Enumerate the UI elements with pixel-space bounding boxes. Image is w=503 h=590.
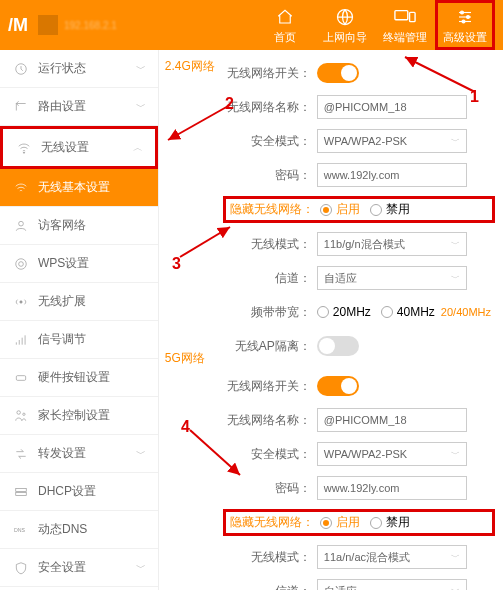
globe-icon [335, 6, 355, 28]
row-sec-5g: 安全模式：WPA/WPA2-PSK﹀ [227, 441, 491, 467]
sidebar-item-route[interactable]: 路由设置﹀ [0, 88, 158, 126]
sidebar-item-forward[interactable]: 转发设置﹀ [0, 435, 158, 473]
svg-rect-15 [16, 375, 25, 380]
nav-guide[interactable]: 上网向导 [315, 0, 375, 50]
label-ap: 无线AP隔离： [227, 338, 311, 355]
radio-dot-icon [317, 306, 329, 318]
sidebar-label: 路由设置 [38, 98, 86, 115]
extend-icon [12, 295, 30, 309]
row-channel-24g: 信道：自适应﹀ [227, 265, 491, 291]
radio-20mhz[interactable]: 20MHz [317, 305, 371, 319]
input-name-24g[interactable]: @PHICOMM_18 [317, 95, 467, 119]
home-icon [275, 6, 295, 28]
status-icon [12, 62, 30, 76]
radio-dot-icon [320, 517, 332, 529]
row-switch-24g: 无线网络开关： [227, 60, 491, 86]
sidebar-item-guest[interactable]: 访客网络 [0, 207, 158, 245]
radio-dot-icon [370, 204, 382, 216]
sidebar-label: 信号调节 [38, 331, 86, 348]
select-mode-24g[interactable]: 11b/g/n混合模式﹀ [317, 232, 467, 256]
select-mode-5g[interactable]: 11a/n/ac混合模式﹀ [317, 545, 467, 569]
nav-advanced[interactable]: 高级设置 [435, 0, 495, 50]
sidebar: 运行状态﹀ 路由设置﹀ 无线设置︿ 无线基本设置 访客网络 WPS设置 无线扩展… [0, 50, 159, 590]
radio-40mhz[interactable]: 40MHz [381, 305, 435, 319]
toggle-switch-5g[interactable] [317, 376, 359, 396]
label-name: 无线网络名称： [227, 412, 311, 429]
radio-dot-icon [381, 306, 393, 318]
shield-icon [12, 561, 30, 575]
guest-icon [12, 219, 30, 233]
svg-text:DNS: DNS [14, 527, 26, 533]
svg-point-11 [19, 221, 24, 226]
sidebar-item-status[interactable]: 运行状态﹀ [0, 50, 158, 88]
logo: /M [8, 15, 28, 36]
nav-home[interactable]: 首页 [255, 0, 315, 50]
chevron-down-icon: ﹀ [136, 100, 146, 114]
label-mode: 无线模式： [227, 549, 311, 566]
toggle-ap-24g[interactable] [317, 336, 359, 356]
nav-label: 高级设置 [443, 30, 487, 45]
form-24g: 无线网络开关： 无线网络名称：@PHICOMM_18 安全模式：WPA/WPA2… [227, 60, 491, 359]
nav-terminal[interactable]: 终端管理 [375, 0, 435, 50]
input-pwd-24g[interactable]: www.192ly.com [317, 163, 467, 187]
row-mode-5g: 无线模式：11a/n/ac混合模式﹀ [227, 544, 491, 570]
section-title-24g: 2.4G网络 [165, 58, 215, 75]
row-pwd-5g: 密码：www.192ly.com [227, 475, 491, 501]
sidebar-label: 无线扩展 [38, 293, 86, 310]
svg-rect-2 [410, 12, 416, 21]
sidebar-label: 运行状态 [38, 60, 86, 77]
radio-disable-5g[interactable]: 禁用 [370, 514, 410, 531]
nav-label: 上网向导 [323, 30, 367, 45]
sidebar-item-wireless-basic[interactable]: 无线基本设置 [0, 169, 158, 207]
radio-group-hide-24g: 启用 禁用 [320, 201, 410, 218]
sidebar-label: DHCP设置 [38, 483, 96, 500]
label-switch: 无线网络开关： [227, 378, 311, 395]
input-pwd-5g[interactable]: www.192ly.com [317, 476, 467, 500]
radio-dot-icon [370, 517, 382, 529]
label-pwd: 密码： [227, 480, 311, 497]
sidebar-item-dhcp[interactable]: DHCP设置 [0, 473, 158, 511]
row-pwd-24g: 密码：www.192ly.com [227, 162, 491, 188]
wifi-icon [12, 181, 30, 195]
caret-icon: ﹀ [451, 135, 460, 148]
select-sec-24g[interactable]: WPA/WPA2-PSK﹀ [317, 129, 467, 153]
select-sec-5g[interactable]: WPA/WPA2-PSK﹀ [317, 442, 467, 466]
sidebar-label: 家长控制设置 [38, 407, 110, 424]
devices-icon [394, 6, 416, 28]
sidebar-item-parent[interactable]: 家长控制设置 [0, 397, 158, 435]
sidebar-item-extend[interactable]: 无线扩展 [0, 283, 158, 321]
toggle-switch-24g[interactable] [317, 63, 359, 83]
section-title-5g: 5G网络 [165, 350, 205, 367]
sidebar-item-security[interactable]: 安全设置﹀ [0, 549, 158, 587]
sidebar-label: 无线设置 [41, 139, 89, 156]
ip-text: 192.168.2.1 [64, 20, 117, 31]
signal-icon [12, 333, 30, 347]
radio-dot-icon [320, 204, 332, 216]
radio-disable-24g[interactable]: 禁用 [370, 201, 410, 218]
sidebar-item-wps[interactable]: WPS设置 [0, 245, 158, 283]
input-name-5g[interactable]: @PHICOMM_18 [317, 408, 467, 432]
row-hide-5g: 隐藏无线网络： 启用 禁用 [223, 509, 495, 536]
select-channel-5g[interactable]: 自适应﹀ [317, 579, 467, 590]
svg-point-8 [462, 20, 465, 23]
svg-point-10 [23, 152, 24, 153]
sidebar-item-ddns[interactable]: DNS动态DNS [0, 511, 158, 549]
row-channel-5g: 信道：自适应﹀ [227, 578, 491, 590]
radio-enable-5g[interactable]: 启用 [320, 514, 360, 531]
sidebar-label: 安全设置 [38, 559, 86, 576]
sidebar-label: 转发设置 [38, 445, 86, 462]
bw-ext-label: 20/40MHz [441, 306, 491, 318]
radio-enable-24g[interactable]: 启用 [320, 201, 360, 218]
svg-point-12 [16, 258, 27, 269]
row-name-5g: 无线网络名称：@PHICOMM_18 [227, 407, 491, 433]
sidebar-label: 动态DNS [38, 521, 87, 538]
chevron-down-icon: ﹀ [136, 62, 146, 76]
sidebar-label: 硬件按钮设置 [38, 369, 110, 386]
svg-point-6 [467, 15, 470, 18]
sidebar-item-wireless[interactable]: 无线设置︿ [0, 126, 158, 169]
sidebar-item-hardware[interactable]: 硬件按钮设置 [0, 359, 158, 397]
label-channel: 信道： [227, 270, 311, 287]
nav-label: 首页 [274, 30, 296, 45]
sidebar-item-signal[interactable]: 信号调节 [0, 321, 158, 359]
select-channel-24g[interactable]: 自适应﹀ [317, 266, 467, 290]
